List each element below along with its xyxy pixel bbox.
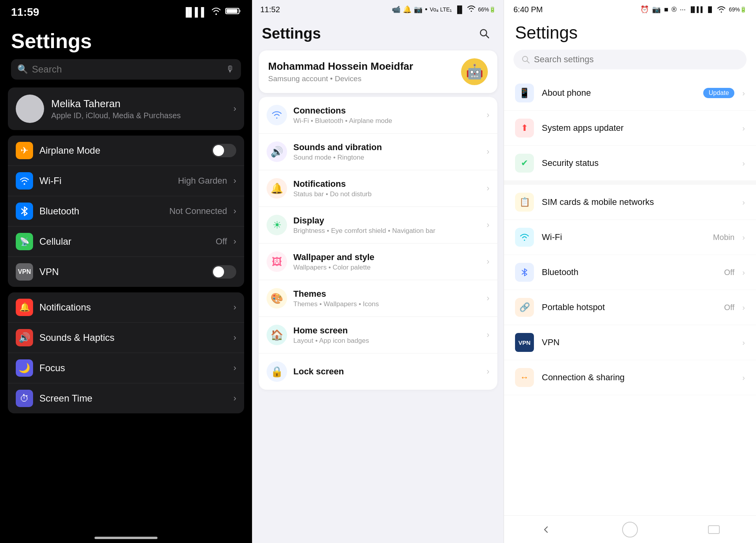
samsung-wallpaper-title: Wallpaper and style [293, 252, 480, 262]
miui-camera-icon: 📷 [652, 5, 661, 14]
ios-profile-chevron: › [233, 104, 236, 114]
miui-security-chevron: › [742, 159, 745, 168]
ios-wifi-icon-row [16, 172, 33, 190]
ios-screentime-row[interactable]: ⏱ Screen Time › [8, 383, 244, 413]
miui-alarm-icon: ⏰ [640, 5, 649, 14]
ios-search-input[interactable] [32, 64, 222, 75]
ios-sounds-label: Sounds & Haptics [39, 332, 227, 343]
samsung-display-item[interactable]: ☀ Display Brightness • Eye comfort shiel… [259, 207, 497, 244]
miui-bluetooth-title: Bluetooth [542, 267, 578, 277]
samsung-avatar: 🤖 [461, 58, 488, 85]
miui-sim-title: SIM cards & mobile networks [542, 197, 654, 207]
miui-about-text: About phone [542, 88, 695, 98]
miui-search-input[interactable] [534, 54, 739, 65]
ios-search-bar[interactable]: 🔍 🎙 [11, 59, 241, 80]
ios-profile-row[interactable]: Melika Taheran Apple ID, iCloud, Media &… [8, 87, 244, 130]
svg-rect-2 [226, 9, 237, 13]
miui-navigation-bar [504, 515, 756, 543]
samsung-search-button[interactable] [474, 24, 494, 43]
ios-mic-icon[interactable]: 🎙 [226, 64, 235, 74]
miui-sim-chevron: › [742, 198, 745, 207]
miui-about-item[interactable]: 📱 About phone Update › [504, 76, 756, 111]
ios-airplane-label: Airplane Mode [39, 145, 206, 156]
miui-search-bar[interactable] [513, 50, 747, 69]
samsung-themes-title: Themes [293, 289, 480, 299]
ios-settings-panel: 11:59 ▐▌▌▌ Settings 🔍 🎙 [0, 0, 252, 543]
samsung-sounds-item[interactable]: 🔊 Sounds and vibration Sound mode • Ring… [259, 134, 497, 170]
ios-cellular-row[interactable]: 📡 Cellular Off › [8, 226, 244, 257]
samsung-themes-item[interactable]: 🎨 Themes Themes • Wallpapers • Icons › [259, 280, 497, 317]
samsung-profile-card[interactable]: Mohammad Hossein Moeidfar Samsung accoun… [259, 50, 497, 93]
miui-hotspot-item[interactable]: 🔗 Portable hotspot Off › [504, 290, 756, 325]
miui-sim-text: SIM cards & mobile networks [542, 197, 734, 207]
samsung-homescreen-title: Home screen [293, 325, 480, 336]
miui-connection-sharing-item[interactable]: ↔ Connection & sharing › [504, 360, 756, 395]
ios-bluetooth-row[interactable]: Bluetooth Not Connected › [8, 196, 244, 226]
samsung-sounds-subtitle: Sound mode • Ringtone [293, 154, 480, 162]
ios-bluetooth-icon [16, 203, 33, 220]
miui-vpn-item[interactable]: VPN VPN › [504, 325, 756, 360]
samsung-display-text: Display Brightness • Eye comfort shield … [293, 216, 480, 235]
miui-wifi-item-icon [515, 228, 534, 247]
ios-home-indicator[interactable] [94, 537, 158, 539]
samsung-display-icon: ☀ [267, 215, 287, 235]
miui-about-icon: 📱 [515, 84, 534, 102]
miui-security-icon: ✔ [515, 154, 534, 173]
samsung-notifications-title: Notifications [293, 179, 480, 189]
miui-sysapps-text: System apps updater [542, 123, 734, 133]
miui-vpn-chevron: › [742, 338, 745, 347]
svg-line-6 [527, 61, 529, 63]
samsung-lockscreen-title: Lock screen [293, 366, 480, 377]
miui-recents-button[interactable] [704, 520, 724, 539]
ios-profile-subtitle: Apple ID, iCloud, Media & Purchases [51, 111, 226, 120]
ios-profile-section: Melika Taheran Apple ID, iCloud, Media &… [8, 87, 244, 130]
samsung-media-icon: 📹 [392, 5, 400, 14]
ios-vpn-row[interactable]: VPN VPN [8, 257, 244, 287]
miui-home-button[interactable] [620, 520, 640, 539]
samsung-title: Settings [262, 25, 321, 42]
samsung-settings-panel: 11:52 📹 🔔 📷 • Vo₄ LTE₁ ▐▌ 66%🔋 Settings [252, 0, 504, 543]
samsung-lockscreen-chevron: › [487, 366, 489, 377]
miui-wifi-item[interactable]: Wi-Fi Mobin › [504, 220, 756, 255]
ios-cellular-icon: 📡 [16, 233, 33, 250]
miui-back-button[interactable] [536, 520, 556, 539]
samsung-homescreen-item[interactable]: 🏠 Home screen Layout • App icon badges › [259, 317, 497, 353]
miui-bluetooth-chevron: › [742, 268, 745, 277]
miui-security-item[interactable]: ✔ Security status › [504, 146, 756, 181]
ios-focus-icon: 🌙 [16, 359, 33, 377]
miui-wifi-text: Wi-Fi [542, 232, 705, 242]
miui-time: 6:40 PM [513, 5, 543, 14]
miui-connection-sharing-title: Connection & sharing [542, 372, 624, 382]
miui-sysapps-item[interactable]: ⬆ System apps updater › [504, 111, 756, 146]
samsung-notifications-subtitle: Status bar • Do not disturb [293, 190, 480, 198]
samsung-connections-item[interactable]: Connections Wi-Fi • Bluetooth • Airplane… [259, 97, 497, 134]
samsung-themes-text: Themes Themes • Wallpapers • Icons [293, 289, 480, 308]
samsung-display-subtitle: Brightness • Eye comfort shield • Naviga… [293, 227, 480, 235]
samsung-profile-name: Mohammad Hossein Moeidfar [268, 60, 454, 73]
ios-battery-icon [225, 7, 241, 17]
ios-profile-name: Melika Taheran [51, 98, 226, 110]
samsung-camera-icon: 📷 [414, 5, 422, 14]
samsung-homescreen-chevron: › [487, 330, 489, 340]
ios-notifications-row[interactable]: 🔔 Notifications › [8, 292, 244, 322]
ios-sounds-row[interactable]: 🔊 Sounds & Haptics › [8, 322, 244, 353]
ios-airplane-toggle[interactable] [212, 144, 236, 157]
samsung-homescreen-subtitle: Layout • App icon badges [293, 337, 480, 345]
miui-reg-icon: ® [671, 6, 676, 14]
ios-search-icon: 🔍 [17, 64, 28, 74]
miui-bluetooth-item[interactable]: Bluetooth Off › [504, 255, 756, 290]
ios-focus-row[interactable]: 🌙 Focus › [8, 353, 244, 383]
ios-vpn-toggle-thumb [213, 266, 224, 277]
samsung-wallpaper-icon: 🖼 [267, 251, 287, 272]
samsung-bars-icon: ▐▌ [454, 6, 465, 14]
samsung-signal-icon: Vo₄ LTE₁ [430, 6, 452, 13]
ios-wifi-row[interactable]: Wi-Fi High Garden › [8, 166, 244, 196]
miui-connection-sharing-chevron: › [742, 373, 745, 382]
ios-vpn-toggle[interactable] [212, 265, 236, 279]
samsung-notifications-item[interactable]: 🔔 Notifications Status bar • Do not dist… [259, 170, 497, 207]
ios-bluetooth-chevron: › [233, 206, 236, 216]
samsung-wallpaper-item[interactable]: 🖼 Wallpaper and style Wallpapers • Color… [259, 244, 497, 280]
samsung-lockscreen-item[interactable]: 🔒 Lock screen › [259, 353, 497, 390]
miui-sim-item[interactable]: 📋 SIM cards & mobile networks › [504, 185, 756, 220]
ios-airplane-row[interactable]: ✈ Airplane Mode [8, 136, 244, 166]
